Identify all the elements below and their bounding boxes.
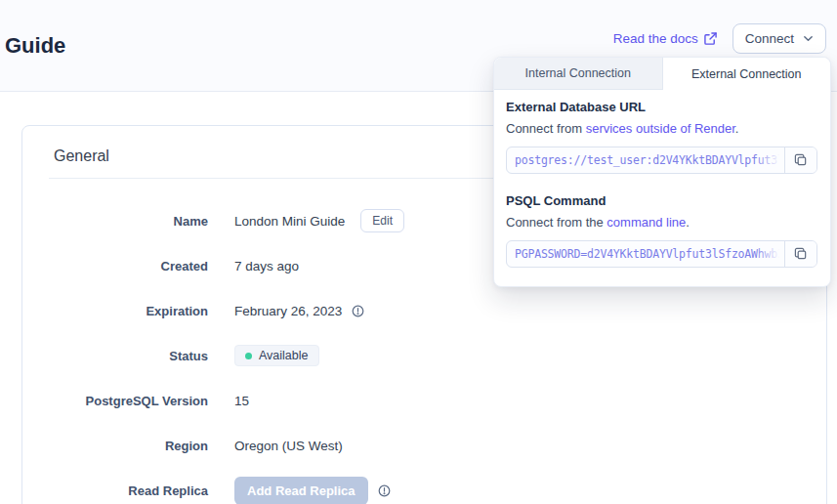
external-connection-panel: External Database URL Connect from servi… [494, 90, 830, 268]
chevron-down-icon [803, 33, 814, 44]
expiration-info-icon[interactable] [352, 305, 364, 317]
copy-url-button[interactable] [784, 147, 816, 173]
connect-popover: Internal Connection External Connection … [493, 57, 831, 287]
row-name-value: London Mini Guide [234, 214, 345, 229]
row-status: Status Available [52, 345, 826, 366]
status-badge: Available [234, 345, 319, 366]
row-region-label: Region [52, 439, 208, 453]
psql-command-heading: PSQL Command [506, 193, 817, 208]
command-line-link[interactable]: command line [607, 215, 686, 230]
row-version-label: PostgreSQL Version [52, 394, 208, 408]
header-actions: Read the docs Connect [613, 23, 826, 54]
services-outside-render-link[interactable]: services outside of Render [586, 121, 735, 136]
external-database-url-description: Connect from services outside of Render. [506, 121, 817, 136]
row-postgresql-version: PostgreSQL Version 15 [52, 390, 826, 411]
psql-command-value[interactable]: PGPASSWORD=d2V4YKktBDAYVlpfut3lSfzoAWhwb… [507, 241, 784, 267]
psql-command-field: PGPASSWORD=d2V4YKktBDAYVlpfut3lSfzoAWhwb… [506, 240, 817, 268]
tab-internal-connection[interactable]: Internal Connection [494, 58, 663, 90]
connect-button-label: Connect [745, 31, 794, 46]
row-read-replica-label: Read Replica [52, 483, 208, 498]
external-database-url-value[interactable]: postgres://test_user:d2V4YKktBDAYVlpfut3… [507, 147, 784, 173]
row-region-value: Oregon (US West) [234, 439, 343, 453]
external-link-icon [704, 32, 717, 45]
connect-button[interactable]: Connect [732, 23, 826, 54]
copy-psql-button[interactable] [784, 241, 816, 267]
edit-name-button[interactable]: Edit [360, 209, 404, 232]
status-dot-icon [245, 353, 252, 359]
copy-icon [794, 247, 808, 261]
row-status-label: Status [52, 349, 208, 363]
row-expiration-label: Expiration [52, 304, 208, 318]
copy-icon [794, 153, 808, 167]
status-badge-label: Available [259, 349, 309, 362]
external-database-url-field: postgres://test_user:d2V4YKktBDAYVlpfut3… [506, 147, 817, 174]
tab-external-connection[interactable]: External Connection [663, 58, 831, 90]
row-read-replica: Read Replica Add Read Replica [52, 480, 826, 501]
row-name-label: Name [52, 214, 208, 229]
row-expiration-value: February 26, 2023 [234, 304, 342, 318]
row-region: Region Oregon (US West) [52, 435, 826, 456]
read-replica-info-icon[interactable] [378, 484, 391, 497]
row-created-label: Created [52, 259, 208, 273]
row-expiration: Expiration February 26, 2023 [52, 300, 826, 321]
docs-link-label: Read the docs [613, 31, 698, 46]
read-the-docs-link[interactable]: Read the docs [613, 31, 717, 46]
add-read-replica-button[interactable]: Add Read Replica [234, 477, 368, 504]
row-version-value: 15 [234, 394, 249, 408]
external-database-url-heading: External Database URL [506, 100, 817, 114]
psql-command-description: Connect from the command line. [506, 215, 817, 230]
row-created-value: 7 days ago [234, 259, 299, 273]
page-title: Guide [5, 33, 65, 59]
connection-tabs: Internal Connection External Connection [494, 58, 830, 90]
